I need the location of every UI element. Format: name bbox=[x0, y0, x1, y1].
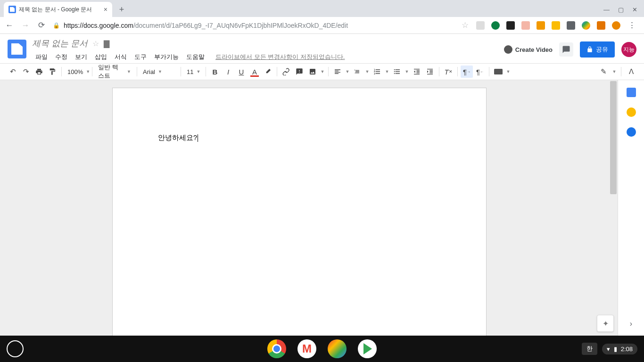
url-field[interactable]: 🔒 https://docs.google.com/document/d/1aP… bbox=[53, 22, 454, 29]
menu-bar: 파일 수정 보기 삽입 서식 도구 부가기능 도움말 드라이브에서 모든 변경사… bbox=[32, 51, 504, 63]
wifi-icon: ▾ bbox=[607, 346, 610, 353]
menu-file[interactable]: 파일 bbox=[32, 51, 51, 63]
text-cursor bbox=[198, 134, 198, 142]
star-icon[interactable]: ☆ bbox=[92, 39, 99, 48]
clock: 2:08 bbox=[621, 346, 633, 353]
explore-button[interactable]: ✦ bbox=[597, 315, 614, 332]
docs-logo-icon[interactable] bbox=[8, 40, 26, 58]
forward-button[interactable]: → bbox=[21, 21, 30, 30]
ltr-button[interactable]: ¶→ bbox=[461, 66, 473, 78]
clear-formatting-button[interactable]: T✕ bbox=[442, 66, 454, 78]
comments-button[interactable] bbox=[559, 42, 573, 57]
reload-button[interactable]: ⟳ bbox=[37, 20, 46, 30]
bulleted-list-button[interactable] bbox=[391, 66, 403, 78]
folder-icon[interactable]: ▇ bbox=[104, 39, 109, 48]
numbered-dropdown[interactable]: ▼ bbox=[384, 69, 390, 74]
paint-format-button[interactable] bbox=[46, 66, 58, 78]
ext-icon[interactable] bbox=[537, 21, 545, 30]
editing-mode-button[interactable]: ✎ bbox=[597, 66, 610, 78]
text-color-button[interactable]: A bbox=[248, 66, 261, 78]
keep-icon[interactable] bbox=[627, 107, 636, 117]
expand-panel-icon[interactable]: › bbox=[630, 320, 632, 328]
undo-button[interactable]: ↶ bbox=[7, 66, 19, 78]
url-path: /document/d/1aP66Lg9_-I7_AUqN6vFpK1DjbhI… bbox=[133, 22, 348, 29]
rtl-button[interactable]: ¶← bbox=[474, 66, 486, 78]
system-tray[interactable]: ▾ ▮ 2:08 bbox=[602, 344, 637, 354]
line-spacing-button[interactable] bbox=[351, 66, 363, 78]
browser-tab[interactable]: 제목 없는 문서 - Google 문서 × bbox=[4, 2, 112, 17]
zoom-select[interactable]: 100%▼ bbox=[65, 66, 89, 78]
underline-button[interactable]: U bbox=[235, 66, 248, 78]
align-button[interactable] bbox=[331, 66, 344, 78]
ext-icon[interactable] bbox=[597, 21, 605, 30]
numbered-list-button[interactable] bbox=[371, 66, 383, 78]
bookmark-star-icon[interactable]: ☆ bbox=[460, 20, 470, 30]
menu-format[interactable]: 서식 bbox=[111, 51, 130, 63]
image-dropdown[interactable]: ▼ bbox=[320, 69, 325, 74]
increase-indent-button[interactable] bbox=[424, 66, 436, 78]
new-tab-button[interactable]: + bbox=[115, 3, 128, 16]
menu-view[interactable]: 보기 bbox=[72, 51, 91, 63]
document-title[interactable]: 제목 없는 문서 bbox=[32, 38, 88, 49]
ext-icon[interactable] bbox=[506, 21, 515, 30]
decrease-indent-button[interactable] bbox=[411, 66, 423, 78]
redo-button[interactable]: ↷ bbox=[20, 66, 32, 78]
paragraph-style-select[interactable]: 일반 텍스트▼ bbox=[95, 66, 134, 78]
save-status[interactable]: 드라이브에서 모든 변경사항이 저장되었습니다. bbox=[215, 53, 345, 61]
docs-header: 제목 없는 문서 ☆ ▇ 파일 수정 보기 삽입 서식 도구 부가기능 도움말 … bbox=[0, 34, 644, 63]
app-icon[interactable] bbox=[328, 339, 347, 358]
document-page[interactable]: 안녕하세요? bbox=[112, 88, 487, 336]
menu-icon[interactable]: ⋮ bbox=[627, 20, 636, 30]
menu-addons[interactable]: 부가기능 bbox=[151, 51, 182, 63]
svg-rect-0 bbox=[494, 69, 503, 74]
share-button[interactable]: 공유 bbox=[580, 41, 615, 58]
menu-insert[interactable]: 삽입 bbox=[91, 51, 110, 63]
ext-icon[interactable] bbox=[476, 21, 485, 30]
font-size-select[interactable]: 11▼ bbox=[184, 66, 203, 78]
menu-help[interactable]: 도움말 bbox=[183, 51, 208, 63]
user-avatar[interactable]: 지능 bbox=[621, 42, 636, 57]
ext-icon[interactable] bbox=[491, 21, 500, 30]
menu-edit[interactable]: 수정 bbox=[52, 51, 71, 63]
close-tab-icon[interactable]: × bbox=[104, 6, 107, 13]
insert-image-button[interactable] bbox=[306, 66, 319, 78]
editing-dropdown[interactable]: ▼ bbox=[611, 69, 617, 74]
insert-comment-button[interactable] bbox=[293, 66, 305, 78]
italic-button[interactable]: I bbox=[222, 66, 234, 78]
bulleted-dropdown[interactable]: ▼ bbox=[404, 69, 410, 74]
browser-tab-strip: 제목 없는 문서 - Google 문서 × + — ▢ ✕ bbox=[0, 0, 644, 17]
ext-icon[interactable] bbox=[612, 21, 620, 30]
chrome-app-icon[interactable] bbox=[267, 339, 286, 358]
tasks-icon[interactable] bbox=[627, 127, 636, 137]
play-store-icon[interactable] bbox=[358, 339, 377, 358]
ext-icon[interactable] bbox=[567, 21, 575, 30]
maximize-icon[interactable]: ▢ bbox=[618, 6, 624, 13]
minimize-icon[interactable]: — bbox=[603, 6, 610, 13]
spacing-dropdown[interactable]: ▼ bbox=[364, 69, 370, 74]
bold-button[interactable]: B bbox=[209, 66, 221, 78]
tab-title: 제목 없는 문서 - Google 문서 bbox=[19, 6, 92, 14]
align-dropdown[interactable]: ▼ bbox=[345, 69, 350, 74]
input-tools-button[interactable] bbox=[492, 66, 504, 78]
ext-icon[interactable] bbox=[582, 21, 590, 30]
back-button[interactable]: ← bbox=[5, 21, 14, 30]
gmail-app-icon[interactable]: M bbox=[297, 339, 316, 358]
document-text[interactable]: 안녕하세요? bbox=[158, 134, 197, 141]
highlight-button[interactable] bbox=[262, 66, 274, 78]
insert-link-button[interactable] bbox=[280, 66, 292, 78]
ime-indicator[interactable]: 한 bbox=[582, 343, 597, 355]
launcher-button[interactable] bbox=[7, 340, 24, 357]
docs-favicon bbox=[8, 6, 16, 13]
ext-icon[interactable] bbox=[521, 21, 530, 30]
print-button[interactable] bbox=[33, 66, 45, 78]
vertical-scrollbar[interactable] bbox=[610, 81, 617, 194]
create-video-button[interactable]: Create Video bbox=[504, 45, 553, 54]
menu-tools[interactable]: 도구 bbox=[131, 51, 150, 63]
side-panel: › bbox=[618, 80, 644, 336]
close-window-icon[interactable]: ✕ bbox=[632, 6, 637, 13]
font-select[interactable]: Arial▼ bbox=[140, 66, 178, 78]
input-tools-dropdown[interactable]: ▼ bbox=[505, 69, 511, 74]
calendar-icon[interactable] bbox=[627, 88, 636, 97]
ext-icon[interactable] bbox=[552, 21, 560, 30]
hide-menus-button[interactable]: ᐱ bbox=[625, 66, 637, 78]
